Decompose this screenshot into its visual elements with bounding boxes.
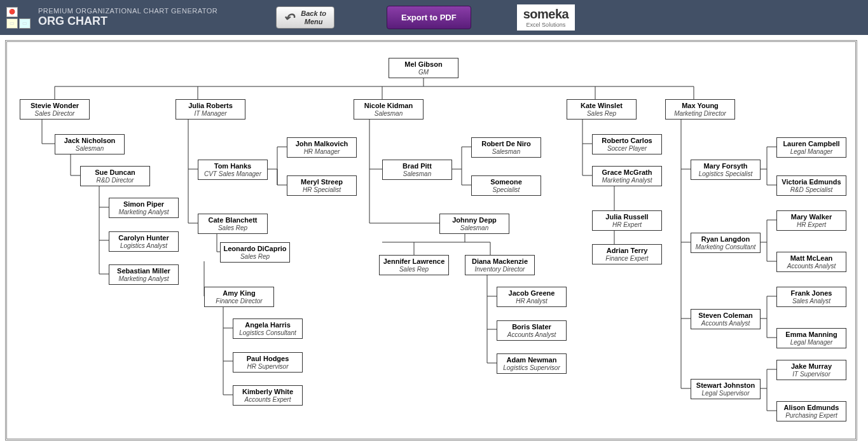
- app-icon-1[interactable]: 🔴: [6, 7, 18, 17]
- node-matt[interactable]: Matt McLeanAccounts Analyst: [776, 252, 846, 272]
- back-label-2: Menu: [305, 18, 323, 25]
- node-jake[interactable]: Jake MurrayIT Supervisor: [776, 360, 846, 380]
- node-stewart[interactable]: Stewart JohnstonLegal Supervisor: [691, 379, 761, 399]
- back-label-1: Back to: [301, 10, 326, 17]
- node-maryf[interactable]: Mary ForsythLogistics Specialist: [691, 160, 761, 180]
- node-frank[interactable]: Frank JonesSales Analyst: [776, 287, 846, 307]
- node-someone[interactable]: SomeoneSpecialist: [471, 175, 541, 196]
- node-johnny[interactable]: Johnny DeppSalesman: [439, 214, 509, 234]
- node-cate[interactable]: Cate BlanchettSales Rep: [198, 214, 268, 234]
- node-maryw[interactable]: Mary WalkerHR Expert: [776, 210, 846, 231]
- node-adam[interactable]: Adam NewmanLogistics Supervisor: [497, 353, 567, 374]
- org-chart-canvas: Mel GibsonGM Stevie WonderSales Director…: [5, 40, 857, 441]
- node-juliar[interactable]: Julia RussellHR Expert: [592, 210, 662, 231]
- node-angela[interactable]: Angela HarrisLogistics Consultant: [233, 318, 303, 339]
- node-brad[interactable]: Brad PittSalesman: [382, 160, 452, 180]
- title-block: PREMIUM ORGANIZATIONAL CHART GENERATOR O…: [38, 7, 217, 28]
- export-pdf-button[interactable]: Export to PDF: [387, 6, 471, 29]
- node-diana[interactable]: Diana MackenzieInventory Director: [465, 255, 535, 275]
- node-stevie[interactable]: Stevie WonderSales Director: [20, 99, 90, 120]
- node-adrian[interactable]: Adrian TerryFinance Expert: [592, 244, 662, 264]
- app-title: ORG CHART: [38, 15, 217, 28]
- node-alison[interactable]: Alison EdmundsPurchasing Expert: [776, 401, 846, 421]
- node-sue[interactable]: Sue DuncanR&D Director: [80, 166, 150, 186]
- node-roberto[interactable]: Roberto CarlosSoccer Player: [592, 134, 662, 154]
- back-arrow-icon: ↶: [280, 11, 297, 25]
- node-steven[interactable]: Steven ColemanAccounts Analyst: [691, 309, 761, 329]
- back-to-menu-button[interactable]: ↶ Back to Menu: [276, 6, 334, 28]
- node-kimberly[interactable]: Kimberly WhiteAccounts Expert: [233, 385, 303, 406]
- app-icon-2[interactable]: ▭: [6, 18, 18, 29]
- node-jacob[interactable]: Jacob GreeneHR Analyst: [497, 287, 567, 307]
- header-bar: 🔴 ▭ ▭ PREMIUM ORGANIZATIONAL CHART GENER…: [0, 0, 868, 35]
- node-boris[interactable]: Boris SlaterAccounts Analyst: [497, 320, 567, 341]
- node-leo[interactable]: Leonardo DiCaprioSales Rep: [220, 242, 290, 263]
- node-ryan[interactable]: Ryan LangdonMarketing Consultant: [691, 233, 761, 253]
- node-simon[interactable]: Simon PiperMarketing Analyst: [109, 198, 179, 218]
- logo-text: someka: [523, 7, 569, 22]
- node-jennifer[interactable]: Jennifer LawrenceSales Rep: [379, 255, 449, 275]
- app-icon-3[interactable]: ▭: [19, 18, 31, 29]
- node-john[interactable]: John MalkovichHR Manager: [287, 137, 357, 158]
- node-grace[interactable]: Grace McGrathMarketing Analyst: [592, 166, 662, 186]
- node-emma[interactable]: Emma ManningLegal Manager: [776, 328, 846, 348]
- node-carolyn[interactable]: Carolyn HunterLogistics Analyst: [109, 231, 179, 252]
- node-jack[interactable]: Jack NicholsonSalesman: [55, 134, 125, 154]
- node-paul[interactable]: Paul HodgesHR Supervisor: [233, 352, 303, 373]
- header-icon-group: 🔴 ▭ ▭: [6, 7, 31, 29]
- node-meryl[interactable]: Meryl StreepHR Specialist: [287, 175, 357, 196]
- node-robert[interactable]: Robert De NiroSalesman: [471, 137, 541, 158]
- logo-subtitle: Excel Solutions: [523, 22, 569, 28]
- node-max[interactable]: Max YoungMarketing Director: [665, 99, 735, 120]
- app-subtitle: PREMIUM ORGANIZATIONAL CHART GENERATOR: [38, 7, 217, 15]
- node-sebastian[interactable]: Sebastian MillerMarketing Analyst: [109, 264, 179, 285]
- node-victoria[interactable]: Victoria EdmundsR&D Specialist: [776, 175, 846, 196]
- node-root[interactable]: Mel GibsonGM: [389, 58, 458, 78]
- node-nicole[interactable]: Nicole KidmanSalesman: [354, 99, 424, 120]
- node-julia[interactable]: Julia RobertsIT Manager: [176, 99, 245, 120]
- logo: someka Excel Solutions: [517, 4, 575, 31]
- node-amy[interactable]: Amy KingFinance Director: [204, 287, 274, 307]
- node-kate[interactable]: Kate WinsletSales Rep: [567, 99, 637, 120]
- node-lauren[interactable]: Lauren CampbellLegal Manager: [776, 137, 846, 158]
- node-tom[interactable]: Tom HanksCVT Sales Manager: [198, 160, 268, 180]
